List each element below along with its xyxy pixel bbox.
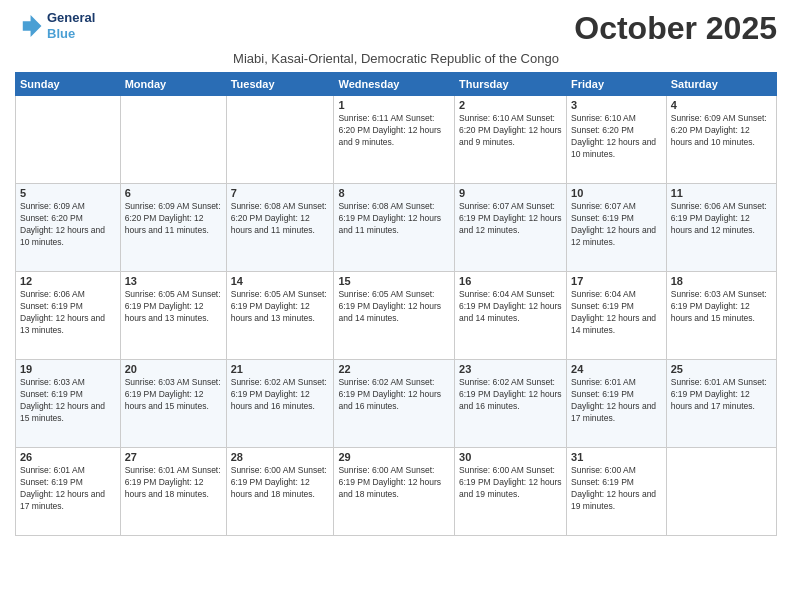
week-row-5: 26Sunrise: 6:01 AM Sunset: 6:19 PM Dayli…: [16, 448, 777, 536]
calendar-cell: 26Sunrise: 6:01 AM Sunset: 6:19 PM Dayli…: [16, 448, 121, 536]
cell-info: Sunrise: 6:01 AM Sunset: 6:19 PM Dayligh…: [571, 377, 662, 425]
day-number: 25: [671, 363, 772, 375]
calendar-cell: 15Sunrise: 6:05 AM Sunset: 6:19 PM Dayli…: [334, 272, 455, 360]
day-number: 17: [571, 275, 662, 287]
col-header-friday: Friday: [567, 73, 667, 96]
day-number: 2: [459, 99, 562, 111]
calendar-cell: 22Sunrise: 6:02 AM Sunset: 6:19 PM Dayli…: [334, 360, 455, 448]
day-number: 24: [571, 363, 662, 375]
calendar-cell: 24Sunrise: 6:01 AM Sunset: 6:19 PM Dayli…: [567, 360, 667, 448]
col-header-wednesday: Wednesday: [334, 73, 455, 96]
logo-text: General Blue: [47, 10, 95, 41]
cell-info: Sunrise: 6:06 AM Sunset: 6:19 PM Dayligh…: [671, 201, 772, 237]
cell-info: Sunrise: 6:09 AM Sunset: 6:20 PM Dayligh…: [20, 201, 116, 249]
col-header-saturday: Saturday: [666, 73, 776, 96]
calendar-cell: 7Sunrise: 6:08 AM Sunset: 6:20 PM Daylig…: [226, 184, 334, 272]
calendar-cell: 23Sunrise: 6:02 AM Sunset: 6:19 PM Dayli…: [455, 360, 567, 448]
cell-info: Sunrise: 6:05 AM Sunset: 6:19 PM Dayligh…: [231, 289, 330, 325]
cell-info: Sunrise: 6:03 AM Sunset: 6:19 PM Dayligh…: [125, 377, 222, 413]
cell-info: Sunrise: 6:10 AM Sunset: 6:20 PM Dayligh…: [571, 113, 662, 161]
header-row: SundayMondayTuesdayWednesdayThursdayFrid…: [16, 73, 777, 96]
day-number: 15: [338, 275, 450, 287]
day-number: 21: [231, 363, 330, 375]
subtitle: Miabi, Kasai-Oriental, Democratic Republ…: [15, 51, 777, 66]
calendar-cell: 25Sunrise: 6:01 AM Sunset: 6:19 PM Dayli…: [666, 360, 776, 448]
cell-info: Sunrise: 6:07 AM Sunset: 6:19 PM Dayligh…: [571, 201, 662, 249]
header: General Blue October 2025: [15, 10, 777, 47]
calendar-cell: 19Sunrise: 6:03 AM Sunset: 6:19 PM Dayli…: [16, 360, 121, 448]
calendar-cell: 17Sunrise: 6:04 AM Sunset: 6:19 PM Dayli…: [567, 272, 667, 360]
logo-icon: [15, 12, 43, 40]
calendar-cell: [16, 96, 121, 184]
cell-info: Sunrise: 6:01 AM Sunset: 6:19 PM Dayligh…: [671, 377, 772, 413]
col-header-monday: Monday: [120, 73, 226, 96]
day-number: 19: [20, 363, 116, 375]
cell-info: Sunrise: 6:00 AM Sunset: 6:19 PM Dayligh…: [231, 465, 330, 501]
day-number: 1: [338, 99, 450, 111]
col-header-sunday: Sunday: [16, 73, 121, 96]
svg-marker-0: [23, 15, 42, 37]
day-number: 12: [20, 275, 116, 287]
calendar-cell: 4Sunrise: 6:09 AM Sunset: 6:20 PM Daylig…: [666, 96, 776, 184]
cell-info: Sunrise: 6:03 AM Sunset: 6:19 PM Dayligh…: [20, 377, 116, 425]
cell-info: Sunrise: 6:05 AM Sunset: 6:19 PM Dayligh…: [125, 289, 222, 325]
logo: General Blue: [15, 10, 95, 41]
calendar-cell: 16Sunrise: 6:04 AM Sunset: 6:19 PM Dayli…: [455, 272, 567, 360]
month-title: October 2025: [574, 10, 777, 47]
day-number: 22: [338, 363, 450, 375]
calendar-cell: 11Sunrise: 6:06 AM Sunset: 6:19 PM Dayli…: [666, 184, 776, 272]
calendar-cell: 12Sunrise: 6:06 AM Sunset: 6:19 PM Dayli…: [16, 272, 121, 360]
day-number: 26: [20, 451, 116, 463]
cell-info: Sunrise: 6:02 AM Sunset: 6:19 PM Dayligh…: [231, 377, 330, 413]
day-number: 20: [125, 363, 222, 375]
day-number: 3: [571, 99, 662, 111]
calendar-table: SundayMondayTuesdayWednesdayThursdayFrid…: [15, 72, 777, 536]
cell-info: Sunrise: 6:05 AM Sunset: 6:19 PM Dayligh…: [338, 289, 450, 325]
cell-info: Sunrise: 6:11 AM Sunset: 6:20 PM Dayligh…: [338, 113, 450, 149]
cell-info: Sunrise: 6:00 AM Sunset: 6:19 PM Dayligh…: [338, 465, 450, 501]
calendar-cell: 9Sunrise: 6:07 AM Sunset: 6:19 PM Daylig…: [455, 184, 567, 272]
day-number: 5: [20, 187, 116, 199]
calendar-cell: 20Sunrise: 6:03 AM Sunset: 6:19 PM Dayli…: [120, 360, 226, 448]
day-number: 11: [671, 187, 772, 199]
week-row-3: 12Sunrise: 6:06 AM Sunset: 6:19 PM Dayli…: [16, 272, 777, 360]
day-number: 4: [671, 99, 772, 111]
calendar-cell: 28Sunrise: 6:00 AM Sunset: 6:19 PM Dayli…: [226, 448, 334, 536]
cell-info: Sunrise: 6:09 AM Sunset: 6:20 PM Dayligh…: [125, 201, 222, 237]
cell-info: Sunrise: 6:06 AM Sunset: 6:19 PM Dayligh…: [20, 289, 116, 337]
day-number: 8: [338, 187, 450, 199]
day-number: 10: [571, 187, 662, 199]
cell-info: Sunrise: 6:08 AM Sunset: 6:19 PM Dayligh…: [338, 201, 450, 237]
day-number: 13: [125, 275, 222, 287]
calendar-cell: 6Sunrise: 6:09 AM Sunset: 6:20 PM Daylig…: [120, 184, 226, 272]
calendar-cell: 29Sunrise: 6:00 AM Sunset: 6:19 PM Dayli…: [334, 448, 455, 536]
day-number: 14: [231, 275, 330, 287]
calendar-cell: 30Sunrise: 6:00 AM Sunset: 6:19 PM Dayli…: [455, 448, 567, 536]
day-number: 23: [459, 363, 562, 375]
day-number: 9: [459, 187, 562, 199]
cell-info: Sunrise: 6:10 AM Sunset: 6:20 PM Dayligh…: [459, 113, 562, 149]
cell-info: Sunrise: 6:08 AM Sunset: 6:20 PM Dayligh…: [231, 201, 330, 237]
cell-info: Sunrise: 6:07 AM Sunset: 6:19 PM Dayligh…: [459, 201, 562, 237]
title-block: October 2025: [574, 10, 777, 47]
calendar-cell: 2Sunrise: 6:10 AM Sunset: 6:20 PM Daylig…: [455, 96, 567, 184]
cell-info: Sunrise: 6:04 AM Sunset: 6:19 PM Dayligh…: [459, 289, 562, 325]
cell-info: Sunrise: 6:00 AM Sunset: 6:19 PM Dayligh…: [459, 465, 562, 501]
calendar-cell: 5Sunrise: 6:09 AM Sunset: 6:20 PM Daylig…: [16, 184, 121, 272]
calendar-cell: [226, 96, 334, 184]
calendar-cell: 13Sunrise: 6:05 AM Sunset: 6:19 PM Dayli…: [120, 272, 226, 360]
calendar-cell: 10Sunrise: 6:07 AM Sunset: 6:19 PM Dayli…: [567, 184, 667, 272]
cell-info: Sunrise: 6:01 AM Sunset: 6:19 PM Dayligh…: [125, 465, 222, 501]
day-number: 27: [125, 451, 222, 463]
calendar-cell: 1Sunrise: 6:11 AM Sunset: 6:20 PM Daylig…: [334, 96, 455, 184]
cell-info: Sunrise: 6:01 AM Sunset: 6:19 PM Dayligh…: [20, 465, 116, 513]
day-number: 6: [125, 187, 222, 199]
day-number: 18: [671, 275, 772, 287]
calendar-cell: 8Sunrise: 6:08 AM Sunset: 6:19 PM Daylig…: [334, 184, 455, 272]
calendar-cell: 14Sunrise: 6:05 AM Sunset: 6:19 PM Dayli…: [226, 272, 334, 360]
calendar-cell: 3Sunrise: 6:10 AM Sunset: 6:20 PM Daylig…: [567, 96, 667, 184]
page: General Blue October 2025 Miabi, Kasai-O…: [0, 0, 792, 612]
col-header-thursday: Thursday: [455, 73, 567, 96]
calendar-cell: [666, 448, 776, 536]
cell-info: Sunrise: 6:03 AM Sunset: 6:19 PM Dayligh…: [671, 289, 772, 325]
